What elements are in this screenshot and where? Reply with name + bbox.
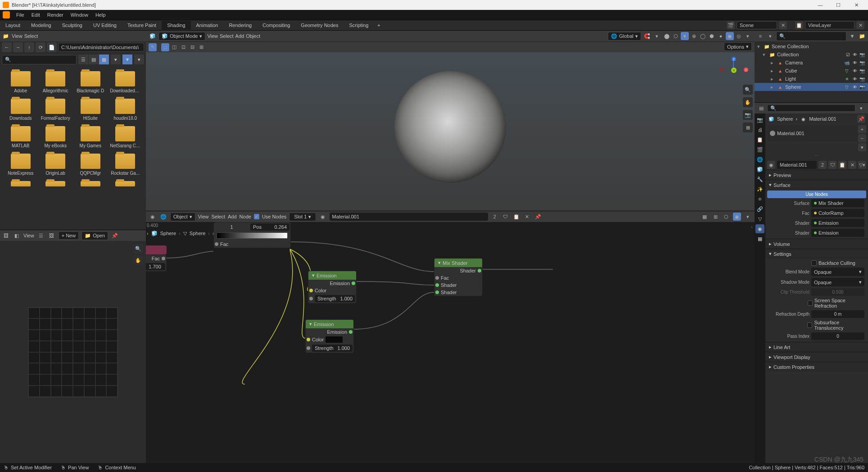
tree-camera[interactable]: ▸▲Camera📹👁📷 [755, 59, 868, 67]
tree-scene-collection[interactable]: ▾📁Scene Collection [755, 42, 868, 50]
slot-remove-button[interactable]: − [858, 134, 866, 142]
material-slot[interactable]: Material.001 [767, 125, 857, 141]
axis-y-icon[interactable]: Y [731, 68, 737, 73]
maximize-button[interactable]: ☐ [829, 1, 847, 9]
mat-unlink-icon[interactable]: ✕ [848, 161, 856, 169]
vp-editor-type-icon[interactable]: 🧊 [149, 32, 157, 40]
folder-item[interactable]: MATLAB [4, 124, 38, 150]
shadow-mode-dropdown[interactable]: Opaque▾ [811, 278, 864, 286]
uv-grid[interactable] [28, 307, 118, 397]
fb-search-input[interactable]: 🔍 [2, 55, 77, 64]
tab-uv[interactable]: UV Editing [88, 21, 122, 30]
ramp-gradient[interactable] [217, 232, 288, 239]
folder-item[interactable]: Downloads [4, 97, 38, 123]
ne-select-menu[interactable]: Select [211, 214, 225, 219]
use-nodes-checkbox[interactable]: ✓ [254, 214, 259, 219]
ne-opt3-icon[interactable]: ⬡ [722, 213, 730, 221]
camera-icon[interactable]: 📷 [859, 84, 865, 90]
ne-opt2-icon[interactable]: ⊞ [711, 213, 719, 221]
tree-sphere[interactable]: ▸▲Sphere▽👁📷 [755, 83, 868, 91]
uv-new-button[interactable]: + New [59, 231, 79, 240]
ne-pin-icon[interactable]: 📌 [534, 213, 542, 221]
nav-gizmo[interactable]: Z Y X [721, 59, 746, 84]
props-pin-icon[interactable]: 📌 [857, 115, 865, 123]
tool-select-3-icon[interactable]: ⊡ [179, 43, 187, 51]
eye-icon[interactable]: 👁 [852, 68, 858, 74]
folder-item[interactable]: Rockstar Ga... [108, 152, 143, 177]
folder-item[interactable]: My Games [73, 124, 108, 150]
vp-shade-solid-icon[interactable]: ● [717, 32, 725, 40]
filter-dd-button[interactable]: ▾ [134, 54, 144, 64]
props-search-input[interactable]: 🔍 [767, 104, 855, 112]
nav-forward-button[interactable]: → [13, 42, 23, 52]
emission-node-2[interactable]: ▾Emission Emission Color Strength1.000 [305, 319, 354, 353]
vp-mode-dropdown[interactable]: 🧊 Object Mode ▾ [158, 32, 205, 41]
colorramp-node[interactable]: 1 Pos0.264 Fac [213, 222, 291, 248]
slot-menu-button[interactable]: ▾ [858, 143, 866, 151]
menu-window[interactable]: Window [67, 12, 92, 18]
ptab-world[interactable]: 🌐 [755, 155, 764, 164]
sss-checkbox[interactable] [807, 322, 812, 328]
sec-viewport[interactable]: ▸Viewport Display [765, 352, 868, 362]
ptab-texture[interactable]: ▦ [755, 234, 764, 243]
camera-icon[interactable]: 📷 [859, 76, 865, 82]
ne-node-menu[interactable]: Node [240, 214, 251, 219]
folder-item[interactable]: houdini18.0 [108, 97, 143, 123]
mat-dd-icon[interactable]: ▽▾ [858, 161, 866, 169]
menu-help[interactable]: Help [92, 12, 109, 18]
mix-shader-node[interactable]: ▾Mix Shader Shader Fac Shader Shader [434, 258, 483, 296]
backface-checkbox[interactable] [811, 260, 817, 266]
vp-options-dropdown[interactable]: Options ▾ [724, 42, 752, 51]
tool-select-5-icon[interactable]: ⊞ [197, 43, 205, 51]
mat-users-badge[interactable]: 2 [818, 161, 827, 169]
ne-opt1-icon[interactable]: ▦ [701, 213, 709, 221]
path-field[interactable]: C:\Users\Administrator\Documents\ [58, 43, 144, 52]
vp-gizmo-icon[interactable]: ⬤ [663, 32, 671, 40]
tool-cursor-icon[interactable]: ↖ [149, 43, 157, 51]
snap-icon[interactable]: 🧲 [643, 32, 651, 40]
uv-pin-icon[interactable]: 📌 [111, 231, 119, 240]
outliner-search-input[interactable]: 🔍 [776, 32, 846, 41]
nav-back-button[interactable]: ← [2, 42, 12, 52]
add-workspace-button[interactable]: + [374, 22, 384, 29]
outliner-new-col-icon[interactable]: 📁 [858, 32, 866, 40]
vp-persp-icon[interactable]: ⊞ [743, 123, 753, 132]
vp-add-menu[interactable]: Add [235, 33, 244, 39]
sort-button[interactable]: ▾ [111, 54, 121, 64]
ptab-constraint[interactable]: 🔗 [755, 204, 764, 213]
ptab-output[interactable]: 🖨 [755, 125, 764, 134]
mat-fake-icon[interactable]: 🛡 [828, 161, 836, 169]
fb-view-menu[interactable]: View [12, 33, 23, 39]
mat-unlink-icon[interactable]: ✕ [523, 213, 531, 221]
view-columns-button[interactable]: ▤ [89, 54, 99, 64]
sec-volume[interactable]: ▸Volume [765, 239, 868, 249]
mat-browse-icon[interactable]: ◉ [319, 213, 327, 221]
tab-shading[interactable]: Shading [162, 21, 190, 30]
use-nodes-button[interactable]: Use Nodes [767, 191, 866, 198]
color-swatch[interactable] [326, 336, 343, 343]
camera-icon[interactable]: 📷 [859, 68, 865, 74]
ne-editor-type-icon[interactable]: ◉ [149, 213, 157, 221]
mat-copy-icon[interactable]: 📋 [838, 161, 846, 169]
uv-view-menu[interactable]: View [23, 233, 34, 238]
vp-wire-icon[interactable]: ◯ [699, 32, 707, 40]
view-list-button[interactable]: ☰ [78, 54, 88, 64]
uv-hamburger-icon[interactable]: ☰ [37, 231, 45, 240]
ne-mode-dropdown[interactable]: Object ▾ [170, 213, 195, 221]
surface-value-dropdown[interactable]: ColorRamp [811, 209, 864, 217]
tree-light[interactable]: ▸▲Light☀👁📷 [755, 75, 868, 83]
camera-icon[interactable]: 📷 [859, 51, 865, 58]
folder-item[interactable] [4, 179, 38, 190]
snap-dd-icon[interactable]: ▾ [653, 32, 661, 40]
outliner-filter-icon[interactable]: ▼ [848, 32, 856, 40]
sec-preview[interactable]: ▸Preview [765, 170, 868, 180]
emission-node-1[interactable]: ▾Emission Emission Color Strength1.000 [308, 271, 357, 304]
sec-surface[interactable]: ▾Surface [765, 180, 868, 190]
eye-icon[interactable]: 👁 [852, 59, 858, 66]
mat-browse-icon[interactable]: ◉ [767, 161, 775, 169]
vp-select-menu[interactable]: Select [220, 33, 234, 39]
tool-select-icon[interactable]: □ [161, 43, 169, 51]
axis-neg-x-icon[interactable] [719, 68, 724, 72]
mat-name-field[interactable]: Material.001 [777, 161, 817, 169]
tab-modeling[interactable]: Modeling [26, 21, 57, 30]
